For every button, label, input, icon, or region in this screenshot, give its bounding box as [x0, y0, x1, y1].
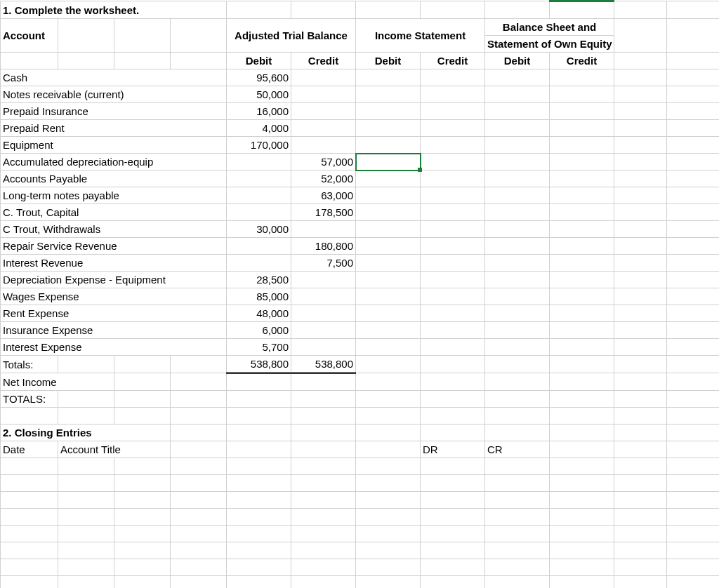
empty-cell[interactable] [356, 509, 421, 526]
empty-cell[interactable] [485, 255, 550, 272]
empty-cell[interactable] [421, 204, 485, 221]
empty-cell[interactable] [667, 255, 719, 272]
empty-cell[interactable] [291, 576, 356, 589]
atb-credit-cell[interactable] [291, 120, 356, 137]
empty-cell[interactable] [550, 154, 614, 171]
empty-cell[interactable] [58, 458, 114, 475]
atb-debit-cell[interactable]: 95,600 [227, 69, 291, 86]
empty-cell[interactable] [550, 69, 614, 86]
empty-cell[interactable] [667, 475, 719, 492]
empty-cell[interactable] [614, 576, 667, 589]
atb-debit-cell[interactable]: 6,000 [227, 322, 291, 339]
account-cell[interactable]: Notes receivable (current) [1, 86, 227, 103]
empty-cell[interactable] [291, 542, 356, 559]
empty-cell[interactable] [614, 305, 667, 322]
empty-cell[interactable] [485, 526, 550, 542]
empty-cell[interactable] [171, 559, 227, 576]
totals-debit[interactable]: 538,800 [227, 356, 291, 373]
atb-credit-cell[interactable] [291, 339, 356, 356]
empty-cell[interactable] [550, 272, 614, 288]
empty-cell[interactable] [614, 120, 667, 137]
atb-debit-cell[interactable] [227, 154, 291, 171]
empty-cell[interactable] [421, 542, 485, 559]
account-cell[interactable]: C Trout, Withdrawals [1, 221, 227, 238]
empty-cell[interactable] [667, 238, 719, 255]
account-cell[interactable]: Depreciation Expense - Equipment [1, 272, 227, 288]
atb-debit-cell[interactable]: 30,000 [227, 221, 291, 238]
account-cell[interactable]: Insurance Expense [1, 322, 227, 339]
empty-cell[interactable] [485, 120, 550, 137]
empty-cell[interactable] [114, 559, 171, 576]
empty-cell[interactable] [227, 509, 291, 526]
is-debit-cell[interactable] [356, 154, 421, 171]
empty-cell[interactable] [667, 492, 719, 509]
empty-cell[interactable] [550, 187, 614, 204]
empty-cell[interactable] [485, 339, 550, 356]
empty-cell[interactable] [227, 475, 291, 492]
empty-cell[interactable] [667, 204, 719, 221]
empty-cell[interactable] [58, 475, 114, 492]
empty-cell[interactable] [421, 154, 485, 171]
empty-cell[interactable] [1, 559, 58, 576]
atb-debit-cell[interactable]: 5,700 [227, 339, 291, 356]
empty-cell[interactable] [171, 492, 227, 509]
empty-cell[interactable] [114, 542, 171, 559]
atb-credit-cell[interactable] [291, 272, 356, 288]
is-debit-cell[interactable] [356, 238, 421, 255]
empty-cell[interactable] [550, 120, 614, 137]
empty-cell[interactable] [227, 542, 291, 559]
empty-cell[interactable] [485, 322, 550, 339]
empty-cell[interactable] [550, 255, 614, 272]
is-debit-cell[interactable] [356, 339, 421, 356]
empty-cell[interactable] [421, 187, 485, 204]
empty-cell[interactable] [114, 492, 171, 509]
empty-cell[interactable] [171, 542, 227, 559]
empty-cell[interactable] [614, 492, 667, 509]
empty-cell[interactable] [114, 458, 171, 475]
empty-cell[interactable] [550, 137, 614, 154]
atb-credit-cell[interactable] [291, 305, 356, 322]
empty-cell[interactable] [667, 154, 719, 171]
empty-cell[interactable] [114, 576, 171, 589]
is-debit-cell[interactable] [356, 171, 421, 187]
empty-cell[interactable] [667, 322, 719, 339]
empty-cell[interactable] [667, 305, 719, 322]
empty-cell[interactable] [421, 272, 485, 288]
empty-cell[interactable] [227, 458, 291, 475]
atb-debit-cell[interactable]: 4,000 [227, 120, 291, 137]
empty-cell[interactable] [171, 509, 227, 526]
empty-cell[interactable] [550, 526, 614, 542]
account-cell[interactable]: Wages Expense [1, 288, 227, 305]
empty-cell[interactable] [614, 559, 667, 576]
empty-cell[interactable] [421, 69, 485, 86]
empty-cell[interactable] [421, 339, 485, 356]
empty-cell[interactable] [614, 86, 667, 103]
account-cell[interactable]: Accumulated depreciation-equip [1, 154, 227, 171]
is-debit-cell[interactable] [356, 322, 421, 339]
empty-cell[interactable] [667, 120, 719, 137]
empty-cell[interactable] [614, 221, 667, 238]
empty-cell[interactable] [171, 526, 227, 542]
empty-cell[interactable] [550, 238, 614, 255]
atb-credit-cell[interactable]: 63,000 [291, 187, 356, 204]
empty-cell[interactable] [550, 559, 614, 576]
empty-cell[interactable] [485, 509, 550, 526]
atb-debit-cell[interactable]: 50,000 [227, 86, 291, 103]
empty-cell[interactable] [614, 154, 667, 171]
empty-cell[interactable] [485, 171, 550, 187]
empty-cell[interactable] [667, 69, 719, 86]
totals-credit[interactable]: 538,800 [291, 356, 356, 373]
empty-cell[interactable] [114, 475, 171, 492]
empty-cell[interactable] [485, 475, 550, 492]
empty-cell[interactable] [485, 69, 550, 86]
empty-cell[interactable] [356, 559, 421, 576]
empty-cell[interactable] [550, 305, 614, 322]
empty-cell[interactable] [227, 559, 291, 576]
is-debit-cell[interactable] [356, 221, 421, 238]
empty-cell[interactable] [58, 542, 114, 559]
empty-cell[interactable] [356, 492, 421, 509]
empty-cell[interactable] [550, 509, 614, 526]
empty-cell[interactable] [421, 475, 485, 492]
empty-cell[interactable] [485, 103, 550, 120]
empty-cell[interactable] [114, 509, 171, 526]
